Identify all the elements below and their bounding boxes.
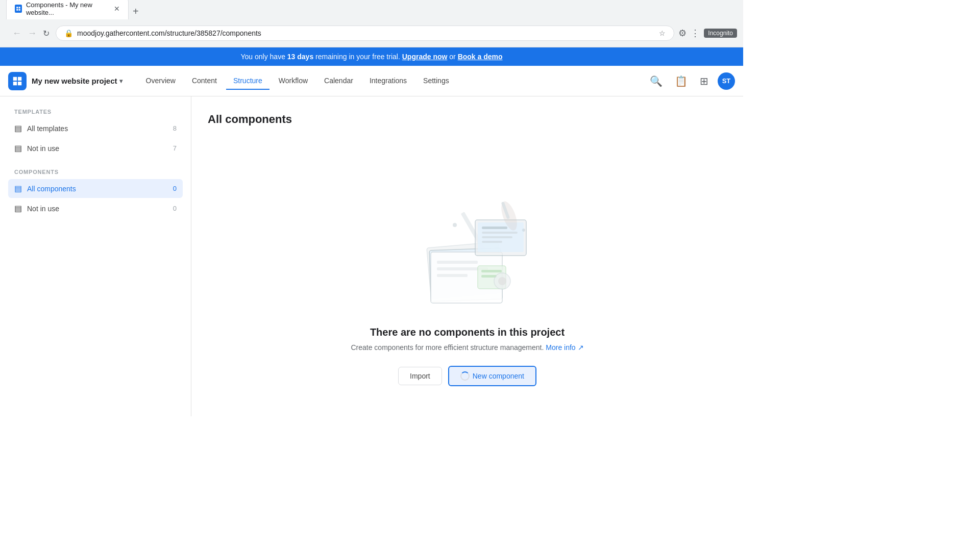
nav-items: Overview Content Structure Workflow Cale… [139, 72, 647, 90]
svg-rect-20 [482, 241, 502, 243]
star-icon: ☆ [659, 29, 666, 37]
url-text: moodjoy.gathercontent.com/structure/3858… [77, 29, 655, 37]
grid-button[interactable]: ⊞ [697, 72, 712, 90]
logo-area[interactable]: My new website project ▾ [8, 72, 122, 90]
svg-rect-19 [482, 236, 512, 238]
components-section-label: COMPONENTS [8, 169, 183, 175]
svg-rect-3 [19, 9, 20, 11]
templates-icon: ▤ [14, 123, 22, 133]
svg-rect-1 [19, 7, 20, 8]
menu-icon[interactable]: ⋮ [691, 28, 700, 39]
svg-point-22 [522, 229, 525, 232]
top-nav: My new website project ▾ Overview Conten… [0, 66, 743, 96]
app: My new website project ▾ Overview Conten… [0, 66, 743, 416]
all-components-label: All components [27, 185, 168, 193]
templates-section-label: TEMPLATES [8, 109, 183, 115]
incognito-badge: Incognito [704, 29, 737, 38]
banner-days: 13 days [287, 53, 313, 61]
browser-nav-buttons: ← → ↻ [10, 26, 52, 41]
sidebar-divider [8, 159, 183, 169]
banner-middle: remaining in your free trial. [313, 53, 402, 61]
components-not-in-use-label: Not in use [27, 205, 168, 213]
tab-favicon [15, 5, 22, 13]
svg-point-21 [453, 223, 457, 227]
extensions-icon[interactable]: ⚙ [678, 28, 687, 39]
nav-item-overview[interactable]: Overview [139, 72, 183, 90]
tab-close-btn[interactable]: ✕ [114, 5, 120, 13]
app-logo [8, 72, 27, 90]
new-tab-button[interactable]: + [129, 4, 143, 19]
nav-item-settings[interactable]: Settings [416, 72, 456, 90]
empty-state: There are no components in this project … [208, 142, 727, 400]
empty-state-title: There are no components in this project [370, 327, 565, 338]
main-content: All components [191, 96, 743, 416]
svg-point-26 [498, 277, 506, 285]
project-chevron-icon: ▾ [119, 78, 122, 85]
sidebar-item-components-not-in-use[interactable]: ▤ Not in use 0 [8, 199, 183, 218]
browser-toolbar-right: ⚙ ⋮ Incognito [678, 28, 737, 39]
empty-state-actions: Import New component [398, 366, 536, 386]
project-name[interactable]: My new website project ▾ [32, 77, 122, 85]
components-not-in-use-count: 0 [173, 205, 177, 212]
tab-title: Components - My new website... [26, 1, 110, 16]
user-avatar[interactable]: ST [718, 72, 735, 90]
not-in-use-templates-icon: ▤ [14, 143, 22, 153]
new-component-label: New component [473, 372, 524, 380]
loading-spinner [460, 371, 470, 381]
nav-right: 🔍 📋 ⊞ ST [647, 72, 735, 90]
address-bar[interactable]: 🔒 moodjoy.gathercontent.com/structure/38… [56, 26, 674, 41]
refresh-button[interactable]: ↻ [41, 26, 52, 41]
back-button[interactable]: ← [10, 26, 23, 41]
notifications-button[interactable]: 📋 [672, 72, 691, 90]
templates-not-in-use-label: Not in use [27, 144, 168, 153]
content-area: TEMPLATES ▤ All templates 8 ▤ Not in use… [0, 96, 743, 416]
page-title: All components [208, 113, 292, 126]
all-components-icon: ▤ [14, 184, 22, 193]
sidebar-item-templates-not-in-use[interactable]: ▤ Not in use 7 [8, 139, 183, 158]
empty-illustration [376, 166, 559, 314]
nav-item-workflow[interactable]: Workflow [272, 72, 315, 90]
browser-tab[interactable]: Components - My new website... ✕ [6, 0, 129, 19]
not-in-use-components-icon: ▤ [14, 204, 22, 213]
sidebar-item-all-templates[interactable]: ▤ All templates 8 [8, 119, 183, 138]
import-button[interactable]: Import [398, 367, 442, 385]
trial-banner: You only have 13 days remaining in your … [0, 47, 743, 66]
svg-rect-9 [437, 261, 478, 264]
templates-not-in-use-count: 7 [173, 144, 177, 152]
svg-rect-17 [482, 227, 507, 229]
upgrade-link[interactable]: Upgrade now [402, 53, 448, 61]
new-component-button[interactable]: New component [448, 366, 536, 386]
nav-item-structure[interactable]: Structure [226, 72, 270, 90]
nav-item-content[interactable]: Content [185, 72, 224, 90]
search-button[interactable]: 🔍 [647, 72, 666, 90]
all-components-count: 0 [173, 185, 177, 192]
svg-rect-13 [481, 270, 502, 272]
svg-rect-11 [437, 274, 468, 277]
lock-icon: 🔒 [64, 29, 73, 37]
svg-rect-2 [16, 9, 18, 11]
forward-button[interactable]: → [26, 26, 39, 41]
banner-or: or [447, 53, 457, 61]
sidebar-item-all-components[interactable]: ▤ All components 0 [8, 179, 183, 198]
sidebar: TEMPLATES ▤ All templates 8 ▤ Not in use… [0, 96, 191, 416]
empty-state-description: Create components for more efficient str… [351, 343, 583, 352]
nav-item-integrations[interactable]: Integrations [362, 72, 414, 90]
banner-prefix: You only have [240, 53, 287, 61]
nav-item-calendar[interactable]: Calendar [317, 72, 360, 90]
svg-rect-0 [16, 7, 18, 8]
svg-rect-14 [481, 275, 497, 278]
more-info-link[interactable]: More info ↗ [546, 343, 583, 352]
demo-link[interactable]: Book a demo [458, 53, 503, 61]
all-templates-count: 8 [173, 124, 177, 132]
svg-rect-18 [482, 232, 518, 234]
all-templates-label: All templates [27, 124, 168, 133]
